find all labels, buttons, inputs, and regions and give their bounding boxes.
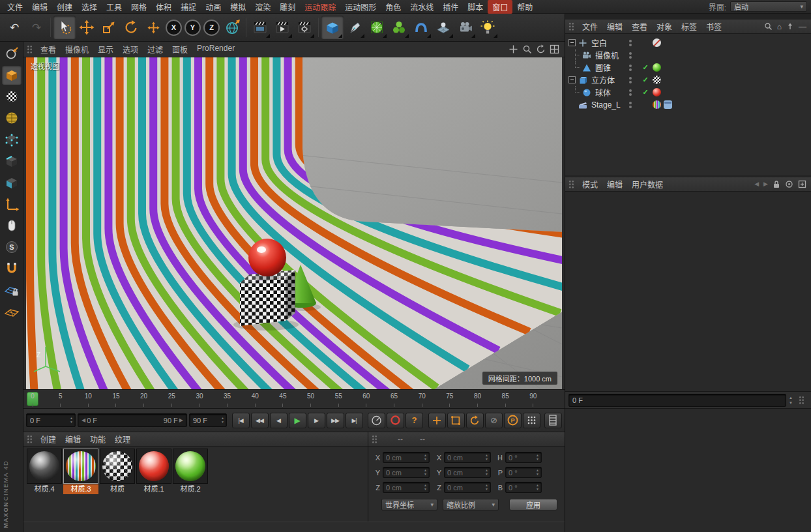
object-row[interactable]: 空白 [565, 37, 811, 49]
record-parameter-button[interactable]: P [504, 413, 522, 428]
viewport-menu-item[interactable]: 面板 [168, 44, 192, 55]
rotation-field[interactable]: 0 ° ▲▼ [505, 452, 542, 463]
play-backwards-button[interactable]: ◀◀ [251, 413, 269, 428]
red-material-tag-icon[interactable] [653, 88, 661, 96]
minimize-icon[interactable]: — [799, 23, 806, 31]
viewport-menu-item[interactable]: 过滤 [143, 44, 168, 55]
help-button[interactable]: ? [406, 413, 423, 428]
previous-frame-button[interactable]: ◀ [270, 413, 288, 428]
stepper-icon[interactable]: ▲▼ [534, 484, 541, 491]
stepper-icon[interactable]: ▲▼ [483, 469, 490, 476]
attribute-menu-item[interactable]: 用户数据 [627, 179, 668, 190]
menu-item[interactable]: 脚本 [463, 0, 488, 14]
mapping-dropdown[interactable]: 缩放比例 ▾ [443, 499, 499, 510]
material-thumbnail[interactable] [100, 449, 135, 484]
menu-item[interactable]: 文件 [3, 0, 27, 14]
enabled-check[interactable]: ✓ [638, 63, 653, 72]
cloner-button[interactable] [388, 16, 410, 39]
goto-end-button[interactable]: ▶| [346, 413, 363, 428]
edges-mode-button[interactable] [2, 151, 22, 171]
rotate-view-icon[interactable] [536, 44, 546, 54]
stepper-icon[interactable]: ▲▼ [422, 469, 429, 476]
points-mode-button[interactable] [2, 130, 22, 149]
move-tool-button[interactable] [76, 16, 98, 39]
workplane-lock-button[interactable] [2, 280, 22, 300]
enabled-check[interactable]: ✓ [638, 88, 653, 96]
object-manager-menu-item[interactable]: 标签 [677, 21, 701, 32]
pan-view-icon[interactable] [509, 44, 518, 54]
workplane-mode-button[interactable] [2, 108, 22, 128]
texture-mode-button[interactable] [2, 87, 22, 106]
current-frame-field[interactable]: 0 F ▲▼ [26, 413, 76, 427]
size-field[interactable]: 0 cm ▲▼ [444, 467, 491, 478]
stepper-icon[interactable]: ▲▼ [422, 484, 429, 491]
menu-item[interactable]: 编辑 [27, 0, 52, 14]
green-material-tag-icon[interactable] [653, 63, 661, 72]
size-field[interactable]: 0 cm ▲▼ [444, 452, 491, 463]
menu-item[interactable]: 角色 [381, 0, 406, 14]
stepper-icon[interactable]: ▲▼ [68, 417, 75, 424]
visibility-dots[interactable] [623, 89, 638, 96]
viewport-menu-item[interactable]: 选项 [118, 44, 143, 55]
attribute-menu-item[interactable]: 模式 [578, 179, 602, 190]
history-forward-icon[interactable]: ▶ [763, 181, 768, 187]
stepper-icon[interactable]: ▲▼ [534, 454, 541, 461]
search-icon[interactable] [764, 22, 773, 31]
panel-grip-icon[interactable] [27, 45, 33, 53]
x-axis-lock-button[interactable]: X [166, 20, 182, 36]
panel-grip-icon[interactable] [568, 180, 574, 188]
enabled-check[interactable]: ✓ [638, 76, 653, 84]
next-frame-button[interactable]: ▶ [308, 413, 325, 428]
timeline-ruler[interactable]: 051015202530354045505560657075808590 [23, 389, 565, 409]
record-pla-button[interactable]: ⊘ [485, 413, 503, 428]
size-field[interactable]: 0 cm ▲▼ [444, 482, 491, 493]
live-selection-button[interactable] [53, 16, 76, 39]
axis-mode-button[interactable] [2, 194, 22, 214]
planar-workplane-button[interactable] [2, 302, 22, 321]
stepper-icon[interactable]: ▲▼ [483, 454, 490, 461]
viewport-canvas[interactable]: Z 透视视图 网格间距：1000 cm [26, 57, 562, 389]
material-item[interactable]: 材质.3 [63, 449, 98, 494]
home-icon[interactable]: ⌂ [777, 23, 782, 31]
end-frame-field[interactable]: 90 F ▲▼ [189, 413, 227, 427]
menu-item[interactable]: 捕捉 [176, 0, 201, 14]
collapse-icon[interactable] [568, 39, 576, 46]
stepper-icon[interactable]: ▲▼ [534, 469, 541, 476]
bend-deformer-button[interactable] [410, 16, 432, 39]
play-forward-button[interactable]: ▶▶ [327, 413, 344, 428]
viewport-menu-item[interactable]: ProRender [192, 44, 239, 55]
last-tool-button[interactable] [142, 16, 164, 39]
collapse-icon[interactable] [568, 76, 576, 83]
material-thumbnail[interactable] [173, 449, 208, 484]
visibility-dots[interactable] [623, 65, 638, 71]
history-back-icon[interactable]: ◀ [754, 181, 759, 187]
polygons-mode-button[interactable] [2, 173, 22, 192]
menu-item[interactable]: 渲染 [250, 0, 275, 14]
z-axis-lock-button[interactable]: Z [203, 20, 220, 36]
undo-button[interactable]: ↶ [3, 16, 25, 39]
material-item[interactable]: 材质.1 [136, 449, 171, 494]
panel-grip-icon[interactable] [799, 396, 804, 404]
lock-icon[interactable] [773, 180, 780, 188]
y-axis-lock-button[interactable]: Y [184, 20, 201, 36]
rotate-tool-button[interactable] [120, 16, 142, 39]
record-rotation-button[interactable] [466, 413, 484, 428]
apply-button[interactable]: 应用 [509, 499, 557, 510]
add-cube-button[interactable] [321, 16, 344, 39]
keyframe-selection-button[interactable] [523, 413, 540, 428]
snap-button[interactable] [2, 259, 22, 278]
zoom-view-icon[interactable] [522, 44, 532, 54]
menu-item[interactable]: 运动图形 [340, 0, 381, 14]
material-menu-item[interactable]: 纹理 [110, 434, 135, 445]
menu-item[interactable]: 插件 [438, 0, 463, 14]
stripes-material-tag-icon[interactable] [653, 100, 661, 109]
model-mode-button[interactable] [2, 65, 22, 85]
material-thumbnail[interactable] [27, 449, 62, 484]
material-item[interactable]: 材质.2 [173, 449, 208, 494]
range-left-arrow-icon[interactable]: ◀ [80, 417, 87, 423]
menu-item[interactable]: 雕刻 [275, 0, 300, 14]
material-thumbnail[interactable] [136, 449, 171, 484]
menu-item[interactable]: 窗口 [488, 0, 512, 14]
menu-item[interactable]: 流水线 [406, 0, 438, 14]
coordinate-system-dropdown[interactable]: 世界坐标 ▾ [381, 499, 437, 510]
